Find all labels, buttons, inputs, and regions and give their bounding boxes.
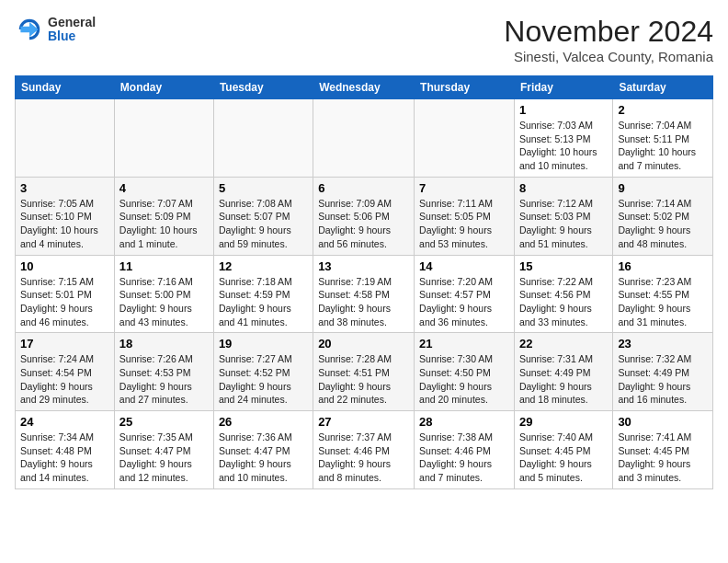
calendar-cell — [16, 99, 115, 178]
day-info: Sunrise: 7:18 AM Sunset: 4:59 PM Dayligh… — [219, 275, 308, 329]
day-info: Sunrise: 7:40 AM Sunset: 4:45 PM Dayligh… — [519, 431, 608, 485]
logo: General Blue — [15, 15, 96, 44]
day-info: Sunrise: 7:34 AM Sunset: 4:48 PM Dayligh… — [20, 431, 109, 485]
day-info: Sunrise: 7:23 AM Sunset: 4:55 PM Dayligh… — [618, 275, 708, 329]
month-title: November 2024 — [504, 15, 713, 49]
day-info: Sunrise: 7:38 AM Sunset: 4:46 PM Dayligh… — [419, 431, 509, 485]
weekday-header: Friday — [514, 76, 612, 99]
title-section: November 2024 Sinesti, Valcea County, Ro… — [504, 15, 713, 64]
day-info: Sunrise: 7:22 AM Sunset: 4:56 PM Dayligh… — [519, 275, 608, 329]
day-info: Sunrise: 7:08 AM Sunset: 5:07 PM Dayligh… — [219, 197, 308, 251]
calendar-cell: 28Sunrise: 7:38 AM Sunset: 4:46 PM Dayli… — [415, 411, 515, 489]
calendar-cell: 29Sunrise: 7:40 AM Sunset: 4:45 PM Dayli… — [514, 411, 612, 489]
weekday-header: Wednesday — [313, 76, 415, 99]
day-number: 22 — [519, 337, 608, 350]
weekday-header: Saturday — [613, 76, 713, 99]
calendar-cell: 23Sunrise: 7:32 AM Sunset: 4:49 PM Dayli… — [613, 333, 713, 411]
day-info: Sunrise: 7:05 AM Sunset: 5:10 PM Dayligh… — [20, 197, 109, 251]
day-info: Sunrise: 7:16 AM Sunset: 5:00 PM Dayligh… — [119, 275, 209, 329]
calendar-cell: 20Sunrise: 7:28 AM Sunset: 4:51 PM Dayli… — [313, 333, 415, 411]
day-number: 23 — [618, 337, 708, 350]
calendar-cell: 22Sunrise: 7:31 AM Sunset: 4:49 PM Dayli… — [514, 333, 612, 411]
calendar-cell: 3Sunrise: 7:05 AM Sunset: 5:10 PM Daylig… — [16, 177, 115, 255]
day-number: 16 — [618, 259, 708, 273]
page-container: General Blue November 2024 Sinesti, Valc… — [0, 0, 728, 497]
day-number: 21 — [419, 337, 509, 350]
day-number: 27 — [318, 415, 409, 429]
calendar-cell: 17Sunrise: 7:24 AM Sunset: 4:54 PM Dayli… — [16, 333, 115, 411]
day-number: 12 — [219, 259, 308, 273]
calendar-week-row: 24Sunrise: 7:34 AM Sunset: 4:48 PM Dayli… — [16, 411, 713, 489]
calendar-week-row: 17Sunrise: 7:24 AM Sunset: 4:54 PM Dayli… — [16, 333, 713, 411]
calendar-cell: 9Sunrise: 7:14 AM Sunset: 5:02 PM Daylig… — [613, 177, 713, 255]
calendar-cell: 18Sunrise: 7:26 AM Sunset: 4:53 PM Dayli… — [114, 333, 213, 411]
day-info: Sunrise: 7:03 AM Sunset: 5:13 PM Dayligh… — [519, 119, 608, 173]
calendar-cell: 25Sunrise: 7:35 AM Sunset: 4:47 PM Dayli… — [114, 411, 213, 489]
day-number: 30 — [618, 415, 708, 429]
day-number: 6 — [318, 181, 409, 195]
subtitle: Sinesti, Valcea County, Romania — [504, 49, 713, 64]
day-number: 20 — [318, 337, 409, 350]
calendar-cell: 15Sunrise: 7:22 AM Sunset: 4:56 PM Dayli… — [514, 255, 612, 333]
calendar-cell: 30Sunrise: 7:41 AM Sunset: 4:45 PM Dayli… — [613, 411, 713, 489]
logo-text: General Blue — [48, 16, 96, 44]
calendar-cell: 11Sunrise: 7:16 AM Sunset: 5:00 PM Dayli… — [114, 255, 213, 333]
day-number: 9 — [618, 181, 708, 195]
calendar-cell — [313, 99, 415, 178]
day-info: Sunrise: 7:15 AM Sunset: 5:01 PM Dayligh… — [20, 275, 109, 329]
day-number: 28 — [419, 415, 509, 429]
day-info: Sunrise: 7:07 AM Sunset: 5:09 PM Dayligh… — [119, 197, 209, 251]
day-number: 5 — [219, 181, 308, 195]
day-info: Sunrise: 7:24 AM Sunset: 4:54 PM Dayligh… — [20, 352, 109, 407]
calendar-cell: 21Sunrise: 7:30 AM Sunset: 4:50 PM Dayli… — [415, 333, 515, 411]
day-info: Sunrise: 7:36 AM Sunset: 4:47 PM Dayligh… — [219, 431, 308, 485]
day-number: 18 — [119, 337, 209, 350]
calendar-week-row: 3Sunrise: 7:05 AM Sunset: 5:10 PM Daylig… — [16, 177, 713, 255]
weekday-header: Tuesday — [213, 76, 313, 99]
day-number: 4 — [119, 181, 209, 195]
day-number: 15 — [519, 259, 608, 273]
calendar-cell: 2Sunrise: 7:04 AM Sunset: 5:11 PM Daylig… — [613, 99, 713, 178]
day-info: Sunrise: 7:12 AM Sunset: 5:03 PM Dayligh… — [519, 197, 608, 251]
calendar-cell: 26Sunrise: 7:36 AM Sunset: 4:47 PM Dayli… — [213, 411, 313, 489]
calendar-cell — [415, 99, 515, 178]
day-info: Sunrise: 7:37 AM Sunset: 4:46 PM Dayligh… — [318, 431, 409, 485]
calendar-cell — [213, 99, 313, 178]
day-number: 10 — [20, 259, 109, 273]
day-info: Sunrise: 7:20 AM Sunset: 4:57 PM Dayligh… — [419, 275, 509, 329]
day-number: 7 — [419, 181, 509, 195]
calendar-cell: 6Sunrise: 7:09 AM Sunset: 5:06 PM Daylig… — [313, 177, 415, 255]
calendar-cell: 12Sunrise: 7:18 AM Sunset: 4:59 PM Dayli… — [213, 255, 313, 333]
day-number: 3 — [20, 181, 109, 195]
calendar-week-row: 10Sunrise: 7:15 AM Sunset: 5:01 PM Dayli… — [16, 255, 713, 333]
weekday-header: Thursday — [415, 76, 515, 99]
calendar-cell: 5Sunrise: 7:08 AM Sunset: 5:07 PM Daylig… — [213, 177, 313, 255]
calendar-cell — [114, 99, 213, 178]
day-number: 1 — [519, 103, 608, 117]
day-info: Sunrise: 7:41 AM Sunset: 4:45 PM Dayligh… — [618, 431, 708, 485]
calendar-cell: 4Sunrise: 7:07 AM Sunset: 5:09 PM Daylig… — [114, 177, 213, 255]
day-info: Sunrise: 7:35 AM Sunset: 4:47 PM Dayligh… — [119, 431, 209, 485]
day-info: Sunrise: 7:14 AM Sunset: 5:02 PM Dayligh… — [618, 197, 708, 251]
calendar-cell: 27Sunrise: 7:37 AM Sunset: 4:46 PM Dayli… — [313, 411, 415, 489]
day-number: 26 — [219, 415, 308, 429]
logo-general: General — [48, 16, 96, 29]
day-info: Sunrise: 7:31 AM Sunset: 4:49 PM Dayligh… — [519, 352, 608, 407]
day-number: 19 — [219, 337, 308, 350]
calendar-week-row: 1Sunrise: 7:03 AM Sunset: 5:13 PM Daylig… — [16, 99, 713, 178]
weekday-header: Sunday — [16, 76, 115, 99]
logo-icon — [15, 15, 44, 44]
day-number: 11 — [119, 259, 209, 273]
calendar-cell: 24Sunrise: 7:34 AM Sunset: 4:48 PM Dayli… — [16, 411, 115, 489]
day-number: 17 — [20, 337, 109, 350]
calendar-cell: 19Sunrise: 7:27 AM Sunset: 4:52 PM Dayli… — [213, 333, 313, 411]
calendar-cell: 1Sunrise: 7:03 AM Sunset: 5:13 PM Daylig… — [514, 99, 612, 178]
calendar-table: SundayMondayTuesdayWednesdayThursdayFrid… — [15, 75, 713, 489]
calendar-cell: 13Sunrise: 7:19 AM Sunset: 4:58 PM Dayli… — [313, 255, 415, 333]
day-number: 2 — [618, 103, 708, 117]
day-info: Sunrise: 7:26 AM Sunset: 4:53 PM Dayligh… — [119, 352, 209, 407]
calendar-cell: 10Sunrise: 7:15 AM Sunset: 5:01 PM Dayli… — [16, 255, 115, 333]
day-info: Sunrise: 7:28 AM Sunset: 4:51 PM Dayligh… — [318, 352, 409, 407]
calendar-cell: 7Sunrise: 7:11 AM Sunset: 5:05 PM Daylig… — [415, 177, 515, 255]
logo-blue: Blue — [48, 29, 96, 43]
